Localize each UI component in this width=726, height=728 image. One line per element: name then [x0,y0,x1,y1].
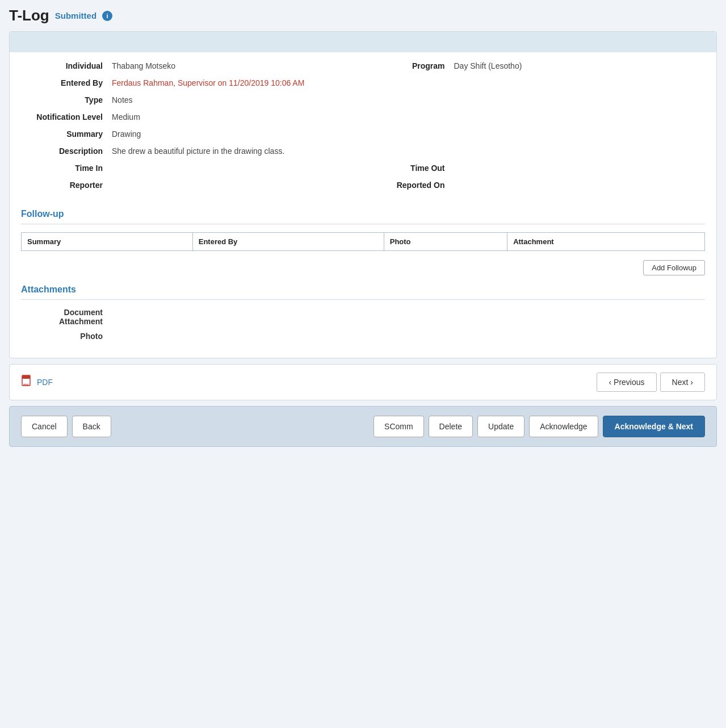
card-header-bar [10,32,716,52]
acknowledge-button[interactable]: Acknowledge [529,416,598,437]
type-row: Type Notes [21,95,705,104]
cancel-button[interactable]: Cancel [21,416,68,437]
entered-by-value: Ferdaus Rahman, Supervisor on 11/20/2019… [112,78,705,87]
footer-action-bar: Cancel Back SComm Delete Update Acknowle… [9,406,717,447]
followup-divider [21,224,705,224]
description-value: She drew a beautiful picture in the draw… [112,147,705,156]
chevron-left-icon [609,378,611,387]
notification-level-label: Notification Level [21,112,112,122]
acknowledge-next-button[interactable]: Acknowledge & Next [603,416,705,437]
followup-heading: Follow-up [10,209,716,219]
entered-by-row: Entered By Ferdaus Rahman, Supervisor on… [21,78,705,87]
col-attachment: Attachment [507,233,705,251]
update-button[interactable]: Update [477,416,524,437]
scomm-button[interactable]: SComm [374,416,424,437]
attachments-divider [21,299,705,300]
time-in-label: Time In [21,164,112,173]
back-button[interactable]: Back [72,416,111,437]
reporter-value [112,181,363,190]
individual-program-row: Individual Thabang Motseko Program Day S… [21,61,705,70]
page-title: T-Log [9,7,49,24]
document-attachment-label: Document Attachment [21,308,112,326]
description-row: Description She drew a beautiful picture… [21,147,705,156]
notification-level-value: Medium [112,112,705,122]
col-photo: Photo [384,233,507,251]
program-label: Program [363,61,454,70]
col-summary: Summary [22,233,193,251]
nav-buttons: Previous Next [597,373,705,392]
summary-value: Drawing [112,129,705,139]
followup-table-container: Summary Entered By Photo Attachment [10,232,716,251]
info-icon[interactable]: i [102,11,112,21]
summary-row: Summary Drawing [21,129,705,139]
next-button[interactable]: Next [660,373,705,392]
followup-table: Summary Entered By Photo Attachment [21,232,705,251]
previous-button[interactable]: Previous [597,373,656,392]
entered-by-label: Entered By [21,78,112,87]
col-entered-by: Entered By [192,233,384,251]
pdf-link[interactable]: PDF PDF [21,375,53,390]
description-label: Description [21,147,112,156]
chevron-right-icon [690,378,693,387]
pdf-icon: PDF [21,375,33,390]
next-label: Next [672,378,689,387]
type-label: Type [21,95,112,104]
navigation-bar: PDF PDF Previous Next [9,364,717,400]
svg-text:PDF: PDF [23,383,29,387]
photo-label: Photo [21,332,112,341]
time-out-value [454,164,706,173]
summary-label: Summary [21,129,112,139]
footer-right-buttons: SComm Delete Update Acknowledge Acknowle… [374,416,705,437]
add-followup-row: Add Followup [10,257,716,284]
document-attachment-row: Document Attachment [21,308,705,326]
individual-value: Thabang Motseko [112,61,363,70]
detail-section: Individual Thabang Motseko Program Day S… [10,52,716,209]
notification-level-row: Notification Level Medium [21,112,705,122]
status-badge: Submitted [55,11,96,20]
reporter-row: Reporter Reported On [21,181,705,190]
attachments-heading: Attachments [10,284,716,295]
time-row: Time In Time Out [21,164,705,173]
reported-on-label: Reported On [363,181,454,190]
photo-row: Photo [21,332,705,341]
svg-rect-1 [22,375,30,379]
individual-label: Individual [21,61,112,70]
add-followup-button[interactable]: Add Followup [643,260,705,275]
program-value: Day Shift (Lesotho) [454,61,706,70]
footer-left-buttons: Cancel Back [21,416,111,437]
previous-label: Previous [614,378,644,387]
time-in-value [112,164,363,173]
main-card: Individual Thabang Motseko Program Day S… [9,31,717,358]
reporter-label: Reporter [21,181,112,190]
attachments-section: Document Attachment Photo [10,308,716,358]
pdf-label: PDF [37,378,53,387]
type-value: Notes [112,95,705,104]
time-out-label: Time Out [363,164,454,173]
reported-on-value [454,181,706,190]
delete-button[interactable]: Delete [429,416,473,437]
